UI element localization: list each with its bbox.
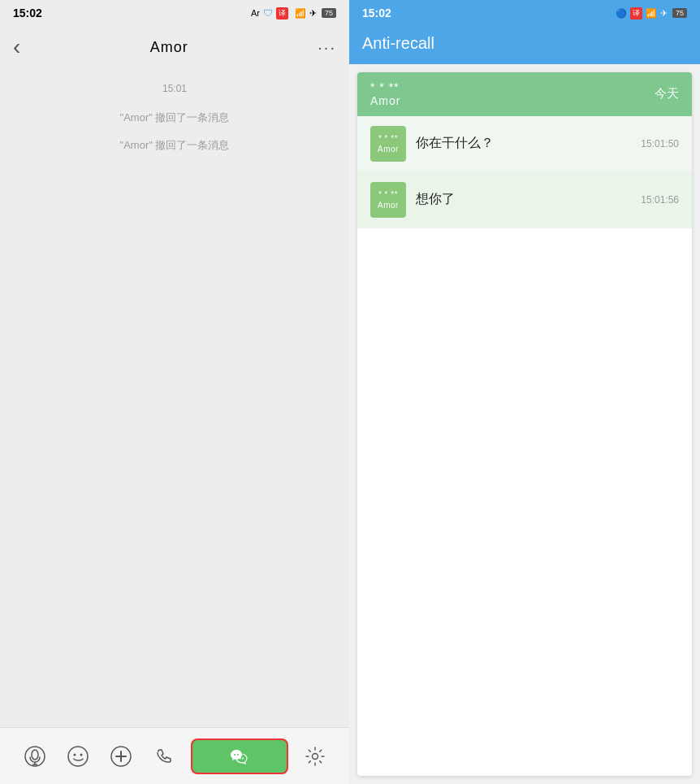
left-panel: 15:02 Ar 🛡 译 📶 ✈ 75 Amor ··· 15:01 "Amor… xyxy=(0,0,349,784)
status-time-left: 15:02 xyxy=(13,6,42,19)
right-battery: 75 xyxy=(672,8,687,18)
message-time-2: 15:01:56 xyxy=(641,194,679,206)
message-row: * * **Amor 你在干什么？ 15:01:50 xyxy=(357,116,692,172)
status-time-right: 15:02 xyxy=(362,6,391,19)
avatar-1: * * **Amor xyxy=(370,126,406,162)
recall-notice-1: "Amor" 撤回了一条消息 xyxy=(120,110,230,125)
chat-timestamp: 15:01 xyxy=(162,83,187,94)
battery-left: 75 xyxy=(322,8,336,18)
svg-point-13 xyxy=(242,757,244,759)
vpn-icon: 🛡 xyxy=(263,7,273,19)
voice-button[interactable] xyxy=(19,740,51,773)
anti-recall-contact-name: * * **Amor xyxy=(370,80,400,108)
back-button[interactable] xyxy=(13,34,20,60)
svg-point-5 xyxy=(73,753,76,756)
anti-recall-header: Anti-recall xyxy=(349,26,700,64)
chat-area: 15:01 "Amor" 撤回了一条消息 "Amor" 撤回了一条消息 xyxy=(0,68,349,727)
wechat-button[interactable] xyxy=(191,739,288,774)
recall-notice-2: "Amor" 撤回了一条消息 xyxy=(120,138,230,153)
svg-point-14 xyxy=(312,753,318,759)
svg-point-1 xyxy=(32,750,38,760)
svg-point-12 xyxy=(240,757,241,759)
wifi-icon: 📶 xyxy=(295,8,306,19)
svg-point-10 xyxy=(234,754,235,756)
right-panel: 15:02 🔵 译 📶 ✈ 75 Anti-recall * * **Amor … xyxy=(349,0,700,784)
right-status-icon1: 🔵 xyxy=(616,8,627,19)
svg-point-4 xyxy=(68,747,88,766)
status-icons-left: Ar 🛡 译 📶 ✈ 75 xyxy=(251,7,336,19)
settings-button[interactable] xyxy=(299,740,331,773)
signal-icon: ✈ xyxy=(309,8,317,19)
status-icons-right: 🔵 译 📶 ✈ 75 xyxy=(616,7,687,19)
message-time-1: 15:01:50 xyxy=(641,138,679,149)
message-text-1: 你在干什么？ xyxy=(416,135,631,152)
anti-recall-title: Anti-recall xyxy=(362,34,434,53)
svg-point-6 xyxy=(80,753,82,756)
anti-recall-list-header: * * **Amor 今天 xyxy=(357,72,692,116)
ar-label: Ar xyxy=(251,8,260,18)
message-row: * * **Amor 想你了 15:01:56 xyxy=(357,172,692,228)
message-text-2: 想你了 xyxy=(416,191,631,208)
anti-recall-date: 今天 xyxy=(655,86,679,102)
right-wifi: 📶 xyxy=(646,8,657,19)
svg-point-11 xyxy=(237,754,239,756)
phone-button[interactable] xyxy=(148,740,180,773)
nav-bar: Amor ··· xyxy=(0,26,349,68)
right-signal: ✈ xyxy=(660,8,668,19)
emoji-button[interactable] xyxy=(62,740,94,773)
right-status-icon2: 译 xyxy=(630,7,642,19)
anti-recall-content: * * **Amor 今天 * * **Amor 你在干什么？ 15:01:50… xyxy=(357,72,692,776)
chat-title: Amor xyxy=(150,39,188,56)
bottom-toolbar xyxy=(0,727,349,784)
status-bar-left: 15:02 Ar 🛡 译 📶 ✈ 75 xyxy=(0,0,349,26)
avatar-2: * * **Amor xyxy=(370,182,406,218)
translate-icon: 译 xyxy=(276,7,288,19)
add-button[interactable] xyxy=(105,740,137,773)
more-button[interactable]: ··· xyxy=(318,38,336,57)
status-bar-right: 15:02 🔵 译 📶 ✈ 75 xyxy=(349,0,700,26)
